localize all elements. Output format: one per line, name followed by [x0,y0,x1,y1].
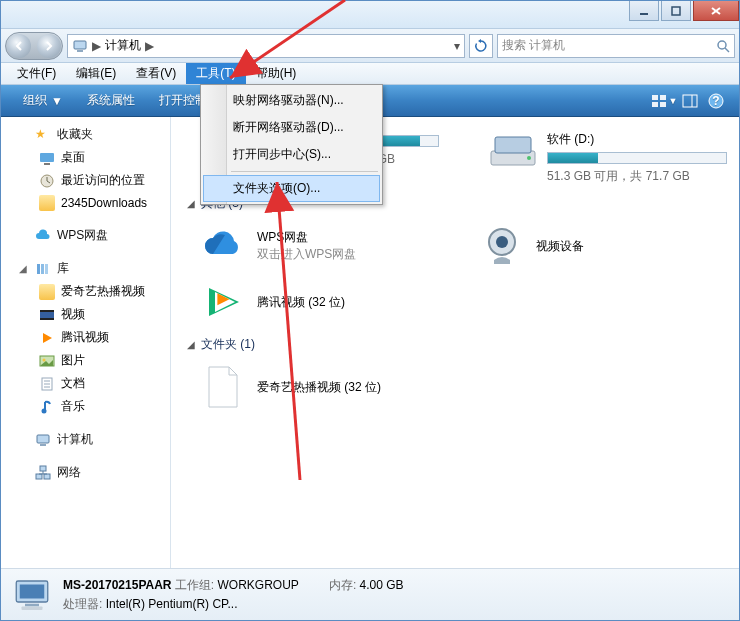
item-sub: 双击进入WPS网盘 [257,246,356,263]
sidebar-item-video[interactable]: 视频 [1,303,170,326]
tools-dropdown: 映射网络驱动器(N)... 断开网络驱动器(D)... 打开同步中心(S)...… [200,84,383,205]
svg-text:?: ? [712,94,719,108]
folder-icon [39,284,55,300]
svg-rect-34 [36,474,42,479]
sidebar-item-downloads[interactable]: 2345Downloads [1,192,170,214]
chevron-down-icon: ▼ [51,94,63,108]
svg-rect-43 [495,137,531,153]
system-properties-button[interactable]: 系统属性 [75,85,147,116]
svg-rect-35 [44,474,50,479]
status-bar: MS-20170215PAAR 工作组: WORKGROUP 内存: 4.00 … [1,568,739,620]
item-folder[interactable]: 爱奇艺热播视频 (32 位) [201,365,501,409]
status-computer-name: MS-20170215PAAR [63,578,172,592]
music-icon [39,399,55,415]
svg-rect-50 [22,606,43,610]
view-options-button[interactable]: ▼ [651,94,677,108]
menu-folder-options[interactable]: 文件夹选项(O)... [203,175,380,202]
forward-button[interactable] [37,34,61,58]
organize-button[interactable]: 组织 ▼ [11,85,75,116]
computer-icon [72,38,88,54]
item-name: 腾讯视频 (32 位) [257,294,345,311]
back-button[interactable] [7,34,31,58]
nav-back-forward[interactable] [5,32,63,60]
svg-rect-12 [683,95,697,107]
folder-icon [39,195,55,211]
maximize-button[interactable] [661,1,691,21]
svg-rect-17 [44,163,50,165]
refresh-icon [474,39,488,53]
menu-map-drive[interactable]: 映射网络驱动器(N)... [203,87,380,114]
refresh-button[interactable] [469,34,493,58]
cloud-icon [201,224,245,268]
svg-rect-4 [74,41,86,49]
preview-pane-button[interactable] [677,94,703,108]
help-button[interactable]: ? [703,93,729,109]
cloud-icon [35,228,51,244]
nav-bar: ▶ 计算机 ▶ ▾ 搜索 计算机 [1,29,739,63]
title-bar [1,1,739,29]
picture-icon [39,353,55,369]
sidebar-wps[interactable]: WPS网盘 [1,224,170,247]
breadcrumb-sep2[interactable]: ▶ [145,39,154,53]
sidebar-computer[interactable]: 计算机 [1,428,170,451]
sidebar-item-pictures[interactable]: 图片 [1,349,170,372]
file-icon [201,365,245,409]
menu-tools[interactable]: 工具(T) [186,63,245,84]
svg-rect-48 [20,584,45,598]
breadcrumb-sep: ▶ [92,39,101,53]
close-button[interactable] [693,1,739,21]
desktop-icon [39,150,55,166]
svg-rect-24 [40,318,54,320]
item-name: WPS网盘 [257,229,356,246]
menu-sync-center[interactable]: 打开同步中心(S)... [203,141,380,168]
sidebar-item-recent[interactable]: 最近访问的位置 [1,169,170,192]
drive-name: 软件 (D:) [547,131,727,148]
search-input[interactable]: 搜索 计算机 [497,34,735,58]
svg-rect-9 [660,95,666,100]
svg-rect-5 [77,50,83,52]
svg-rect-20 [41,264,44,274]
item-name: 视频设备 [536,238,584,255]
sidebar-item-iqiyi[interactable]: 爱奇艺热播视频 [1,280,170,303]
drive-meta: 51.3 GB 可用，共 71.7 GB [547,168,727,185]
svg-rect-21 [45,264,48,274]
svg-rect-10 [652,102,658,107]
item-name: 爱奇艺热播视频 (32 位) [257,379,381,396]
menu-view[interactable]: 查看(V) [126,63,186,84]
svg-rect-32 [37,435,49,443]
svg-rect-49 [25,603,39,606]
sidebar-item-documents[interactable]: 文档 [1,372,170,395]
search-icon [716,39,730,53]
sidebar-item-desktop[interactable]: 桌面 [1,146,170,169]
item-tencent-video[interactable]: 腾讯视频 (32 位) [201,280,501,324]
minimize-button[interactable] [629,1,659,21]
section-folders[interactable]: ◢文件夹 (1) [171,330,739,359]
network-icon [35,465,51,481]
svg-rect-33 [40,444,46,446]
search-placeholder: 搜索 计算机 [502,37,565,54]
svg-rect-16 [40,153,54,162]
sidebar: ★ 收藏夹 桌面 最近访问的位置 2345Downloads [1,117,171,568]
breadcrumb-location[interactable]: 计算机 [105,37,141,54]
video-icon [39,307,55,323]
breadcrumb-dropdown-icon[interactable]: ▾ [454,39,460,53]
item-video-device[interactable]: 视频设备 [480,224,709,268]
svg-point-6 [718,41,726,49]
svg-rect-23 [40,310,54,312]
sidebar-libraries[interactable]: ◢ 库 [1,257,170,280]
sidebar-item-tencent[interactable]: 腾讯视频 [1,326,170,349]
breadcrumb[interactable]: ▶ 计算机 ▶ ▾ [67,34,465,58]
menu-help[interactable]: 帮助(H) [246,63,307,84]
menu-file[interactable]: 文件(F) [7,63,66,84]
recent-icon [39,173,55,189]
menu-disconnect-drive[interactable]: 断开网络驱动器(D)... [203,114,380,141]
sidebar-favorites[interactable]: ★ 收藏夹 [1,123,170,146]
svg-point-26 [43,358,46,361]
item-wps[interactable]: WPS网盘 双击进入WPS网盘 [201,224,430,268]
sidebar-network[interactable]: 网络 [1,461,170,484]
menu-edit[interactable]: 编辑(E) [66,63,126,84]
drive-icon [489,131,537,171]
sidebar-item-music[interactable]: 音乐 [1,395,170,418]
drive-item[interactable]: 软件 (D:) 51.3 GB 可用，共 71.7 GB [489,131,727,185]
tencent-video-icon [201,280,245,324]
